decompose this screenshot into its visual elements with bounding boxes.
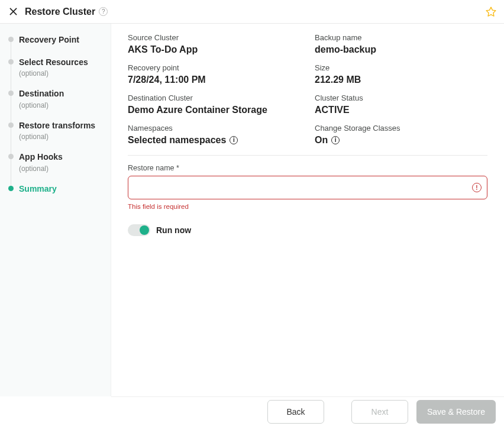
error-icon: ! [472,183,482,192]
info-icon[interactable]: i [230,136,238,144]
field-label: Recovery point [128,63,301,72]
step-optional: (optional) [19,101,111,109]
field-size: Size 212.29 MB [315,63,487,85]
restore-name-label: Restore name * [128,164,487,172]
run-now-toggle[interactable] [128,224,150,236]
step-label: App Hooks [19,151,111,163]
divider [128,155,487,156]
field-value: On i [315,135,487,146]
field-label: Destination Cluster [128,93,301,102]
field-label: Backup name [315,33,487,42]
field-cluster-status: Cluster Status ACTIVE [315,93,487,115]
step-app-hooks[interactable]: App Hooks (optional) [5,149,111,181]
star-icon[interactable] [485,6,497,18]
wizard-steps: Recovery Point Select Resources (optiona… [0,24,111,396]
step-label: Recovery Point [19,34,111,46]
step-label: Restore transforms [19,120,111,132]
save-restore-button: Save & Restore [416,400,496,424]
field-label: Source Cluster [128,33,301,42]
step-label: Select Resources [19,57,111,69]
step-summary[interactable]: Summary [5,181,111,204]
field-value: Selected namespaces i [128,135,301,146]
step-optional: (optional) [19,133,111,141]
field-source-cluster: Source Cluster AKS To-Do App [128,33,301,55]
field-value: Demo Azure Container Storage [128,105,301,115]
info-icon[interactable]: i [331,136,340,144]
close-button[interactable] [7,6,19,18]
step-optional: (optional) [19,69,111,78]
field-label: Change Storage Classes [315,124,487,133]
field-label: Namespaces [128,124,301,133]
namespaces-value-text: Selected namespaces [128,135,226,146]
toggle-knob [140,225,149,235]
step-destination[interactable]: Destination (optional) [5,86,111,118]
step-label: Destination [19,88,111,100]
field-value: AKS To-Do App [128,44,301,55]
main-panel: Source Cluster AKS To-Do App Backup name… [111,24,504,396]
storage-classes-value-text: On [315,135,328,146]
page-title: Restore Cluster [25,7,95,17]
footer-actions: Back Next Save & Restore [111,396,504,426]
field-label: Cluster Status [315,93,487,102]
step-recovery-point[interactable]: Recovery Point [5,32,111,54]
field-destination-cluster: Destination Cluster Demo Azure Container… [128,93,301,115]
field-value: 212.29 MB [315,75,487,85]
help-icon[interactable]: ? [99,7,108,16]
field-value: 7/28/24, 11:00 PM [128,75,301,85]
restore-name-input[interactable] [128,176,487,199]
field-value: demo-backup [315,44,487,55]
field-namespaces: Namespaces Selected namespaces i [128,124,301,146]
back-button[interactable]: Back [267,400,324,424]
field-storage-classes: Change Storage Classes On i [315,124,487,146]
step-optional: (optional) [19,164,111,173]
step-select-resources[interactable]: Select Resources (optional) [5,54,111,86]
field-backup-name: Backup name demo-backup [315,33,487,55]
run-now-label: Run now [156,225,191,235]
close-icon [9,8,17,15]
field-label: Size [315,63,487,72]
next-button: Next [351,400,408,424]
step-label: Summary [19,183,111,195]
step-restore-transforms[interactable]: Restore transforms (optional) [5,118,111,150]
restore-name-error: This field is required [128,203,487,210]
field-recovery-point: Recovery point 7/28/24, 11:00 PM [128,63,301,85]
field-value: ACTIVE [315,105,487,115]
